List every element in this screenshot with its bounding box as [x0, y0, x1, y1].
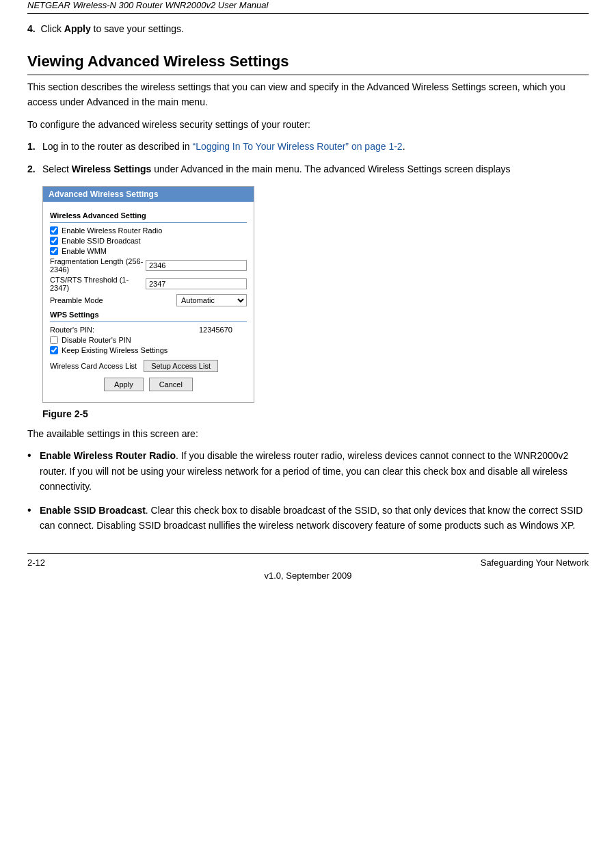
step-4-block: 4. Click Apply to save your settings. — [27, 22, 589, 36]
bullet-bold-1: Enable Wireless Router Radio — [40, 450, 176, 461]
footer-bar: 2-12 Safeguarding Your Network — [27, 553, 589, 568]
field-row-fragmentation: Fragmentation Length (256-2346) — [50, 257, 247, 274]
checkbox-row-3: Enable WMM — [50, 247, 247, 255]
field-preamble-mode[interactable]: Automatic Long Preamble Short Preamble — [176, 294, 247, 306]
checkbox-enable-ssid[interactable] — [50, 237, 58, 245]
bullet-bold-2: Enable SSID Broadcast — [40, 505, 146, 516]
steps-list: 1. Log in to the router as described in … — [27, 139, 589, 176]
checkbox-enable-wmm[interactable] — [50, 247, 58, 255]
checkbox-keep-settings[interactable] — [50, 346, 58, 354]
checkbox-row-2: Enable SSID Broadcast — [50, 237, 247, 245]
step-2-content: Select Wireless Settings under Advanced … — [42, 161, 589, 176]
field-cts-threshold[interactable] — [146, 278, 247, 289]
step-2-text-after: under Advanced in the main menu. The adv… — [151, 163, 510, 174]
section-heading: Viewing Advanced Wireless Settings — [27, 53, 589, 75]
checkbox-label-keep-settings: Keep Existing Wireless Settings — [62, 346, 168, 354]
step-4-rest: to save your settings. — [91, 23, 184, 34]
step-2: 2. Select Wireless Settings under Advanc… — [27, 161, 589, 176]
screenshot-box: Advanced Wireless Settings Wireless Adva… — [42, 186, 254, 403]
step-2-bold: Wireless Settings — [72, 163, 152, 174]
checkbox-label-enable-wmm: Enable WMM — [62, 247, 107, 255]
screenshot-inner: Wireless Advanced Setting Enable Wireles… — [43, 202, 254, 402]
screenshot-section1-label: Wireless Advanced Setting — [50, 211, 247, 220]
manual-title: NETGEAR Wireless-N 300 Router WNR2000v2 … — [27, 0, 268, 10]
router-pin-value: 12345670 — [199, 326, 247, 334]
available-settings-intro: The available settings in this screen ar… — [27, 426, 589, 441]
page-header: NETGEAR Wireless-N 300 Router WNR2000v2 … — [27, 0, 589, 14]
screenshot-btn-row: Apply Cancel — [50, 378, 247, 395]
field-label-fragmentation: Fragmentation Length (256-2346) — [50, 257, 146, 274]
step-1-text-after: . — [403, 141, 405, 152]
bullet-item-1: • Enable Wireless Router Radio. If you d… — [27, 448, 589, 494]
step-1-content: Log in to the router as described in “Lo… — [42, 139, 589, 154]
checkbox-row-disable-pin: Disable Router's PIN — [50, 336, 247, 344]
setup-access-list-button[interactable]: Setup Access List — [144, 360, 218, 372]
footer-right: Safeguarding Your Network — [481, 557, 589, 568]
field-row-cts: CTS/RTS Threshold (1-2347) — [50, 276, 247, 292]
figure-caption: Figure 2-5 — [42, 408, 589, 419]
apply-button[interactable]: Apply — [104, 378, 144, 391]
step-1-num: 1. — [27, 139, 42, 154]
field-label-preamble: Preamble Mode — [50, 296, 176, 304]
checkbox-label-enable-radio: Enable Wireless Router Radio — [62, 226, 162, 235]
access-list-row: Wireless Card Access List Setup Access L… — [50, 360, 247, 372]
checkbox-row-1: Enable Wireless Router Radio — [50, 226, 247, 235]
step-1-text-before: Log in to the router as described in — [42, 141, 192, 152]
field-fragmentation-length[interactable] — [146, 260, 247, 271]
footer-center: v1.0, September 2009 — [27, 570, 589, 581]
field-row-preamble: Preamble Mode Automatic Long Preamble Sh… — [50, 294, 247, 306]
bullet-content-2: Enable SSID Broadcast. Clear this check … — [40, 503, 589, 534]
footer-left: 2-12 — [27, 557, 45, 568]
step-1-link[interactable]: “Logging In To Your Wireless Router” on … — [192, 141, 402, 152]
checkbox-enable-radio[interactable] — [50, 226, 58, 235]
bullet-icon-2: • — [27, 503, 40, 534]
step-2-num: 2. — [27, 161, 42, 176]
bullet-icon-1: • — [27, 448, 40, 494]
field-label-cts: CTS/RTS Threshold (1-2347) — [50, 276, 146, 292]
access-list-label: Wireless Card Access List — [50, 362, 137, 370]
cancel-button[interactable]: Cancel — [149, 378, 193, 391]
screenshot-divider-1 — [50, 222, 247, 223]
bullet-list: • Enable Wireless Router Radio. If you d… — [27, 448, 589, 533]
checkbox-label-disable-pin: Disable Router's PIN — [62, 336, 131, 344]
screenshot-title: Advanced Wireless Settings — [43, 187, 254, 202]
step-4-num: 4. — [27, 23, 36, 34]
checkbox-disable-pin[interactable] — [50, 336, 58, 344]
step-1: 1. Log in to the router as described in … — [27, 139, 589, 154]
step-4-text: Click — [41, 23, 64, 34]
router-pin-label: Router's PIN: — [50, 326, 199, 334]
step-4-bold: Apply — [64, 23, 91, 34]
bullet-content-1: Enable Wireless Router Radio. If you dis… — [40, 448, 589, 494]
checkbox-row-keep-settings: Keep Existing Wireless Settings — [50, 346, 247, 354]
section-intro-2: To configure the advanced wireless secur… — [27, 117, 589, 132]
step-2-text-before: Select — [42, 163, 72, 174]
checkbox-label-enable-ssid: Enable SSID Broadcast — [62, 237, 141, 245]
section-intro-1: This section describes the wireless sett… — [27, 79, 589, 110]
screenshot-divider-2 — [50, 321, 247, 322]
router-pin-row: Router's PIN: 12345670 — [50, 326, 247, 334]
wps-label: WPS Settings — [50, 311, 247, 319]
bullet-item-2: • Enable SSID Broadcast. Clear this chec… — [27, 503, 589, 534]
wps-section: WPS Settings Router's PIN: 12345670 Disa… — [50, 311, 247, 354]
